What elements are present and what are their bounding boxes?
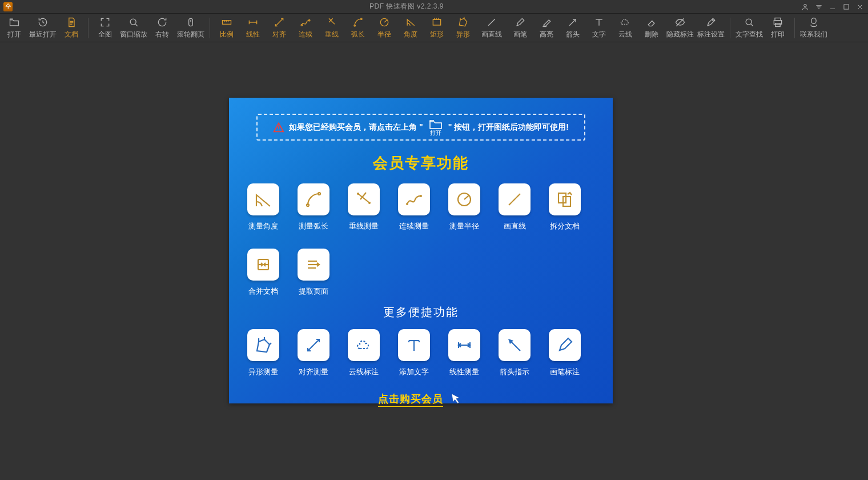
maximize-icon[interactable] — [842, 2, 851, 11]
svg-point-61 — [420, 195, 422, 197]
rotate-icon — [156, 16, 168, 29]
buy-membership-link[interactable]: 点击购买会员 — [378, 392, 443, 407]
notice-text-b: " 按钮，打开图纸后功能即可使用! — [448, 122, 569, 133]
feature-merge-doc[interactable]: 合并文档 — [247, 249, 279, 297]
irregular-button[interactable]: 异形 — [450, 15, 476, 41]
text-button[interactable]: 文字 — [586, 15, 612, 41]
title-bar: 㐃 PDF 快速看图 v2.2.3.9 — [0, 0, 868, 14]
angle-button[interactable]: 角度 — [397, 15, 424, 41]
feature-arrow-annot[interactable]: 箭头指示 — [499, 329, 531, 377]
feature-continuous[interactable]: 连续测量 — [398, 183, 430, 231]
scale-label: 比例 — [220, 30, 234, 39]
continuous-button[interactable]: 连续 — [292, 15, 319, 41]
svg-point-45 — [713, 19, 714, 21]
scale-button[interactable]: 比例 — [214, 15, 240, 41]
feature-add-text[interactable]: 添加文字 — [398, 329, 430, 377]
contact-button[interactable]: 联系我们 — [798, 15, 829, 41]
arc-label: 弧长 — [351, 30, 365, 39]
feature-radius[interactable]: 测量半径 — [448, 183, 480, 231]
cursor-icon — [449, 392, 464, 407]
pen-label: 画笔 — [513, 30, 527, 39]
recent-button[interactable]: 最近打开 — [27, 15, 58, 41]
hide-annotations-button[interactable]: 隐藏标注 — [665, 15, 696, 41]
eye-off-icon — [674, 16, 686, 29]
open-button[interactable]: 打开 — [1, 15, 27, 41]
pen-icon — [514, 16, 527, 29]
open-label: 打开 — [7, 30, 21, 39]
feature-linear-measure[interactable]: 线性测量 — [448, 329, 480, 377]
rect-icon — [431, 16, 443, 29]
linear-measure-icon — [247, 16, 259, 29]
history-icon — [37, 16, 49, 29]
member-features-heading: 会员专享功能 — [245, 153, 597, 173]
scroll-label: 滚轮翻页 — [177, 30, 204, 39]
highlight-icon — [540, 16, 553, 29]
draw-line-button[interactable]: 画直线 — [476, 15, 507, 41]
vertical-line-button[interactable]: 垂线 — [319, 15, 345, 41]
align-button[interactable]: 对齐 — [266, 15, 292, 41]
angle-icon — [404, 16, 417, 29]
printer-icon — [771, 16, 784, 29]
radius-button[interactable]: 半径 — [371, 15, 397, 41]
print-button[interactable]: 打印 — [765, 15, 791, 41]
line-label: 画直线 — [481, 30, 502, 39]
menu-icon[interactable] — [814, 2, 823, 11]
rotate-label: 右转 — [155, 30, 169, 39]
minimize-icon[interactable] — [828, 2, 837, 11]
rect-button[interactable]: 矩形 — [424, 15, 450, 41]
delete-button[interactable]: 删除 — [638, 15, 665, 41]
settings-label: 标注设置 — [697, 30, 725, 39]
feature-angle[interactable]: 测量角度 — [247, 183, 279, 231]
rotate-button[interactable]: 右转 — [149, 15, 175, 41]
svg-line-63 — [464, 195, 469, 199]
feature-arc[interactable]: 测量弧长 — [298, 183, 329, 231]
warning-icon — [273, 122, 284, 133]
document-button[interactable]: 文档 — [58, 15, 85, 41]
text-icon — [593, 16, 605, 29]
scroll-page-button[interactable]: 滚轮翻页 — [175, 15, 206, 41]
cloud-button[interactable]: 云线 — [612, 15, 638, 41]
close-icon[interactable] — [855, 2, 865, 11]
search-text-icon — [743, 16, 756, 29]
feature-perpendicular[interactable]: 垂线测量 — [348, 183, 380, 231]
svg-line-76 — [270, 343, 271, 345]
linear-label: 线性 — [246, 30, 260, 39]
arc-button[interactable]: 弧长 — [345, 15, 371, 41]
annotation-settings-button[interactable]: 标注设置 — [696, 15, 726, 41]
user-icon[interactable] — [801, 2, 810, 11]
feature-align-measure[interactable]: 对齐测量 — [298, 329, 329, 377]
svg-point-53 — [278, 129, 279, 130]
svg-point-60 — [406, 203, 408, 205]
full-view-button[interactable]: 全图 — [92, 15, 118, 41]
highlight-button[interactable]: 高亮 — [533, 15, 560, 41]
feature-cloud-annot[interactable]: 云线标注 — [348, 329, 380, 377]
contact-label: 联系我们 — [800, 30, 827, 39]
linear-button[interactable]: 线性 — [240, 15, 266, 41]
zoom-button[interactable]: 窗口缩放 — [118, 15, 149, 41]
feature-irregular-measure[interactable]: 异形测量 — [247, 329, 279, 377]
cloud-label: 云线 — [618, 30, 632, 39]
cloud-icon — [619, 16, 632, 29]
svg-line-39 — [488, 19, 495, 26]
feature-extract-page[interactable]: 提取页面 — [298, 249, 329, 297]
svg-rect-31 — [433, 19, 440, 25]
ruler-icon — [220, 16, 233, 29]
svg-point-46 — [746, 19, 752, 25]
radius-icon — [378, 16, 391, 29]
member-feature-grid: 测量角度 测量弧长 垂线测量 连续测量 测量半径 画直线 — [245, 183, 597, 297]
align-icon — [273, 16, 286, 29]
align-label: 对齐 — [272, 30, 286, 39]
find-text-button[interactable]: 文字查找 — [734, 15, 765, 41]
delete-label: 删除 — [645, 30, 658, 39]
arrow-button[interactable]: 箭头 — [560, 15, 586, 41]
svg-rect-65 — [558, 193, 566, 203]
pen-button[interactable]: 画笔 — [507, 15, 533, 41]
feature-draw-line[interactable]: 画直线 — [499, 183, 531, 231]
canvas-area: 如果您已经购买会员，请点击左上角 " 打开 " 按钮，打开图纸后功能即可使用! … — [0, 42, 868, 480]
svg-point-59 — [368, 202, 371, 204]
angle-label: 角度 — [404, 30, 417, 39]
more-features-heading: 更多便捷功能 — [245, 305, 597, 320]
feature-split-doc[interactable]: 拆分文档 — [549, 183, 581, 231]
app-icon: 㐃 — [3, 2, 13, 11]
feature-pen-annot[interactable]: 画笔标注 — [549, 329, 581, 377]
